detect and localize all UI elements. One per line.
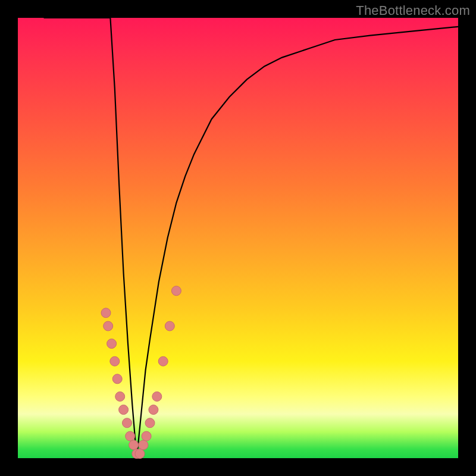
data-point bbox=[129, 440, 139, 450]
bottleneck-curve bbox=[44, 18, 458, 458]
data-point bbox=[112, 374, 122, 384]
data-point bbox=[171, 286, 181, 296]
data-point bbox=[107, 339, 117, 349]
data-point bbox=[135, 449, 145, 459]
data-point bbox=[115, 392, 125, 401]
data-point bbox=[119, 405, 129, 415]
data-point bbox=[123, 418, 132, 428]
data-point bbox=[152, 392, 162, 401]
data-point bbox=[142, 431, 151, 441]
data-point bbox=[158, 356, 168, 366]
plot-area bbox=[18, 18, 458, 458]
data-points bbox=[101, 286, 181, 459]
chart-frame: TheBottleneck.com bbox=[0, 0, 476, 476]
data-point bbox=[145, 418, 155, 428]
data-point bbox=[149, 405, 158, 415]
data-point bbox=[139, 440, 148, 450]
data-point bbox=[110, 356, 120, 366]
watermark: TheBottleneck.com bbox=[356, 3, 470, 18]
data-point bbox=[101, 308, 111, 318]
data-point bbox=[126, 431, 135, 441]
curve-layer bbox=[18, 18, 458, 458]
data-point bbox=[165, 321, 174, 331]
data-point bbox=[104, 321, 113, 331]
